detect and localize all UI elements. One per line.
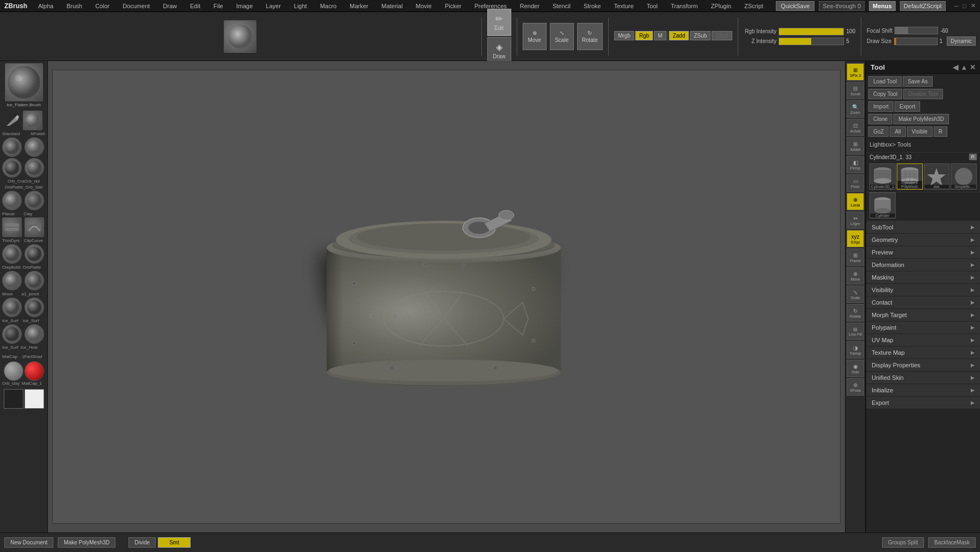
color-white[interactable] [24,389,44,409]
brush-orb-slat[interactable] [24,158,44,178]
brush-move[interactable] [2,271,22,290]
linefill-button[interactable]: ▤ Line Fill [847,323,864,340]
menu-zplugin[interactable]: ZPlugin [709,2,733,10]
scale-button[interactable]: ⤡ Scale [550,23,574,50]
solo-button[interactable]: ◉ Solo [847,360,864,377]
edit-button[interactable]: ✏ Edit [487,9,511,36]
persp-button[interactable]: ◧ Persp [847,156,864,173]
tool-panel-pin-icon[interactable]: ✕ [970,63,976,71]
menu-picker[interactable]: Picker [443,2,464,10]
brush-claybuild[interactable] [2,244,22,264]
brush-orb-cra[interactable] [2,137,22,157]
visibility-section[interactable]: Visibility ▶ [866,284,980,296]
make-polymesh3d-bottom-button[interactable]: Make PolyMesh3D [58,537,115,548]
brush-iceflatt[interactable] [24,324,44,344]
rgb-button[interactable]: Rgb [635,31,653,40]
export-button[interactable]: Export [895,101,920,112]
export-section[interactable]: Export ▶ [866,397,980,409]
menu-draw[interactable]: Draw [161,2,179,10]
zsub-button[interactable]: ZSub [690,31,710,40]
menu-texture[interactable]: Texture [612,2,636,10]
menu-macro[interactable]: Macro [318,2,339,10]
scale-icon-btn[interactable]: ⤡ Scale [847,286,864,303]
main-brush-preview[interactable] [5,63,43,101]
actual-button[interactable]: ⊡ Actual [847,119,864,136]
zsub2-button[interactable]: ZSub [712,31,732,40]
visible-button[interactable]: Visible [907,126,933,137]
frame-button[interactable]: ⊞ Frame [847,248,864,266]
draw-size-slider[interactable] [894,38,938,45]
menu-light[interactable]: Light [292,2,309,10]
close-icon[interactable]: ✕ [971,2,976,9]
r-button[interactable]: R [934,126,947,137]
color-black[interactable] [4,389,23,409]
brush-orb-nbl[interactable] [24,137,44,157]
menu-transform[interactable]: Transform [669,2,700,10]
menu-stencil[interactable]: Stencil [550,2,573,10]
aallaf-button[interactable]: ⊞ AAllaf [847,137,864,155]
canvas-area[interactable] [48,61,845,532]
brush-sphere-icon[interactable] [23,111,42,130]
geometry-section[interactable]: Geometry ▶ [866,234,980,246]
morphtarget-section[interactable]: Morph Target ▶ [866,309,980,322]
mat-red[interactable] [24,361,44,381]
scroll-button[interactable]: ⊟ Scroll [847,82,864,99]
menu-document[interactable]: Document [120,2,152,10]
masking-section[interactable]: Masking ▶ [866,271,980,284]
menu-alpha[interactable]: Alpha [36,2,56,10]
quicksave-button[interactable]: QuickSave [776,1,814,11]
load-tool-button[interactable]: Load Tool [868,76,902,87]
menu-brush[interactable]: Brush [64,2,84,10]
initialize-section[interactable]: Initialize ▶ [866,384,980,397]
smt-button[interactable]: Smt [158,537,191,548]
thumb-cylinder1[interactable]: Cylinder3D_1 [869,163,896,190]
preview-section[interactable]: Preview ▶ [866,246,980,259]
thumb-cylpoly[interactable]: Cylinder3 PolyMesh [897,163,923,190]
tool-panel-expand-icon[interactable]: ▲ [960,63,967,71]
menu-file[interactable]: File [211,2,225,10]
lsym-button[interactable]: ⇔ LSym [847,211,864,229]
new-document-button[interactable]: New Document [4,537,53,548]
brush-trimdyni[interactable] [2,217,22,237]
brush-clay[interactable] [24,191,44,210]
groups-split-button[interactable]: Groups Split [882,537,924,548]
dynamic-button[interactable]: Dynamic [947,37,976,46]
thumb-cyl-simple[interactable]: Cylinder [869,192,896,219]
gxyz-button[interactable]: xyz GXyz [847,230,864,247]
menu-movie[interactable]: Movie [414,2,434,10]
brush-orbflatte2[interactable] [24,244,44,264]
polypaint-section[interactable]: Polypaint ▶ [866,322,980,334]
spix-button[interactable]: ⊞ SPix 3 [847,63,864,81]
brush-orbflatte[interactable] [2,158,22,178]
clone-button[interactable]: Clone [868,114,892,124]
floor-button[interactable]: ▭ Floor [847,174,864,192]
xpose-button[interactable]: ⊛ XPose [847,378,864,396]
menu-material[interactable]: Material [379,2,405,10]
menu-edit[interactable]: Edit [188,2,203,10]
all-button[interactable]: All [890,126,905,137]
minimize-icon[interactable]: ─ [954,3,959,9]
brush-icehole[interactable] [2,324,22,344]
displayprops-section[interactable]: Display Properties ▶ [866,359,980,372]
default-zscript-button[interactable]: DefaultZScript [900,1,946,11]
m-button[interactable]: M [654,31,666,40]
uvmap-section[interactable]: UV Map ▶ [866,334,980,347]
rotate-icon-btn[interactable]: ↻ Rotate [847,304,864,322]
brush-icesurf2[interactable] [24,298,44,317]
draw-button[interactable]: ◈ Draw [487,37,511,64]
menu-tool[interactable]: Tool [645,2,660,10]
mrgb-button[interactable]: Mrgb [614,31,634,40]
make-polymesh3d-button[interactable]: Make PolyMesh3D [893,114,949,124]
import-button[interactable]: Import [868,101,893,112]
backface-mask-button[interactable]: BackfaceMask [928,537,976,548]
canvas-viewport[interactable] [52,70,841,524]
brush-planar[interactable] [2,191,22,210]
see-through-control[interactable]: See-through 0 [819,1,865,11]
menu-color[interactable]: Color [93,2,112,10]
zadd-button[interactable]: Zadd [669,31,689,40]
copy-tool-button[interactable]: Copy Tool [868,89,902,99]
rgb-intensity-slider[interactable] [779,28,844,35]
unifiedskin-section[interactable]: Unified Skin ▶ [866,372,980,384]
thumb-simple[interactable]: SimpleBr... [951,163,977,190]
divide-button[interactable]: Divide [128,537,156,548]
